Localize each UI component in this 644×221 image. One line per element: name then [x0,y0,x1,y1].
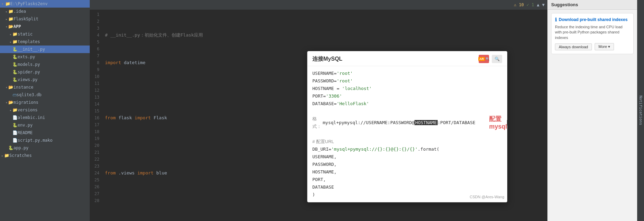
popup-line-5: DATABASE='HelloFlask' [312,100,502,108]
popup-ar-button[interactable]: AR 🔍 [479,55,489,63]
ok-count: ✓ 1 [527,2,534,7]
file-tree-sidebar: ▾ 📁 E:\PyFlasks2env ▸ 📁 .idea ▸ 📁 FlaskS… [0,0,90,221]
more-button[interactable]: More ▾ [595,43,614,50]
sidebar-item-idea[interactable]: ▸ 📁 .idea [0,8,90,15]
notifications-tab[interactable]: Notifications [637,0,644,221]
editor-status-bar: ⚠ 10 ✓ 1 ▲ ▼ [90,0,547,10]
sidebar-item-env-py[interactable]: ▸ 🐍 env.py [0,121,90,129]
csdn-watermark: CSDN @Ares-Wang [470,193,504,201]
popup-search-button[interactable]: 🔍 [492,55,502,63]
mysql-popup-header: 连接MySQL AR 🔍 🔍 [308,51,507,66]
popup-line-4: PORT='3306' [312,92,502,100]
popup-dburi-line: DB_URI='mysql+pymysql://{}:{}@{}:{}/{}'.… [312,145,502,153]
sidebar-item-app[interactable]: ▾ 📂 APP [0,23,90,30]
text-cursor [507,120,508,125]
root-arrow-icon: ▾ [1,2,4,6]
sidebar-item-scratches[interactable]: ▸ 📁 Scratches [0,152,90,159]
sidebar-item-exts-py[interactable]: ▸ 🐍 exts.py [0,53,90,61]
suggestion-card: ℹ Download pre-built shared indexes Redu… [551,13,634,54]
popup-line-3: HOSTNAME = 'localhost' [312,85,502,92]
popup-hostname: HOSTNAME, [312,168,502,176]
popup-password: PASSWORD, [312,161,502,168]
suggestion-title: ℹ Download pre-built shared indexes [555,17,630,22]
popup-database: DATABASE [312,183,502,191]
always-download-button[interactable]: Always download [555,43,592,50]
code-line-1: # __init__.py：初始化文件、创建Flask应用 [105,32,545,39]
nav-down[interactable]: ▼ [542,2,545,7]
sidebar-item-init-py[interactable]: ▸ 🐍 __init__.py [0,46,90,53]
sidebar-item-alembic-ini[interactable]: ▸ 📄 alembic.ini [0,114,90,121]
mysql-popup: 连接MySQL AR 🔍 🔍 USERNAME='root' PASSWORD=… [307,51,507,202]
sidebar-item-flasksplit[interactable]: ▸ 📁 FlaskSplit [0,15,90,23]
sidebar-item-static[interactable]: ▸ 📁 static [0,30,90,38]
warning-count: ⚠ 10 [514,2,524,7]
mysql-popup-title: 连接MySQL [312,56,342,63]
mysql-popup-content: USERNAME='root' PASSWORD='root' HOSTNAME… [308,66,507,202]
mysql-code-block: USERNAME='root' PASSWORD='root' HOSTNAME… [312,70,502,199]
mysql-popup-actions: AR 🔍 🔍 [479,55,502,63]
popup-line-2: PASSWORD='root' [312,77,502,85]
sidebar-item-instance[interactable]: ▾ 📂 instance [0,83,90,91]
sidebar-item-app-py[interactable]: ▸ 🐍 app.py [0,144,90,152]
sidebar-item-sqlite3-db[interactable]: ▸ 🗃 sqlite3.db [0,91,90,99]
sidebar-item-views-py[interactable]: ▸ 🐍 views.py [0,76,90,83]
sidebar-item-spider-py[interactable]: ▸ 🐍 spider.py [0,68,90,76]
root-folder-icon: 📁 [5,1,10,6]
suggestion-actions: Always download More ▾ [555,43,630,50]
suggestions-panel: Suggestions ℹ Download pre-built shared … [547,0,637,221]
popup-format-line: 格式： mysql+pymysql://USERNAME:PASSWORD@HO… [312,115,502,130]
sidebar-root[interactable]: ▾ 📁 E:\PyFlasks2env [0,0,90,8]
sidebar-item-script-mako[interactable]: ▸ 📄 script.py.mako [0,137,90,144]
root-label: E:\PyFlasks2env [10,1,48,6]
nav-up[interactable]: ▲ [537,2,539,7]
sidebar-item-readme[interactable]: ▸ 📄 README [0,129,90,137]
sidebar-item-versions[interactable]: ▸ 📁 versions [0,106,90,114]
popup-port: PORT, [312,176,502,183]
popup-line-1: USERNAME='root' [312,70,502,77]
popup-username: USERNAME, [312,153,502,161]
sidebar-item-migrations[interactable]: ▾ 📂 migrations [0,99,90,106]
sidebar-item-models-py[interactable]: ▸ 🐍 models.py [0,61,90,68]
suggestion-text: Reduce the indexing time and CPU load wi… [555,24,630,40]
info-icon: ℹ [555,17,557,22]
popup-url-comment: # 配置URL [312,138,502,145]
sidebar-item-templates[interactable]: ▸ 📁 templates [0,38,90,46]
line-numbers: 1 2 3 4 5 6 7 8 9 10 11 12 13 14 15 16 1… [90,10,102,221]
suggestions-header: Suggestions [548,0,637,10]
